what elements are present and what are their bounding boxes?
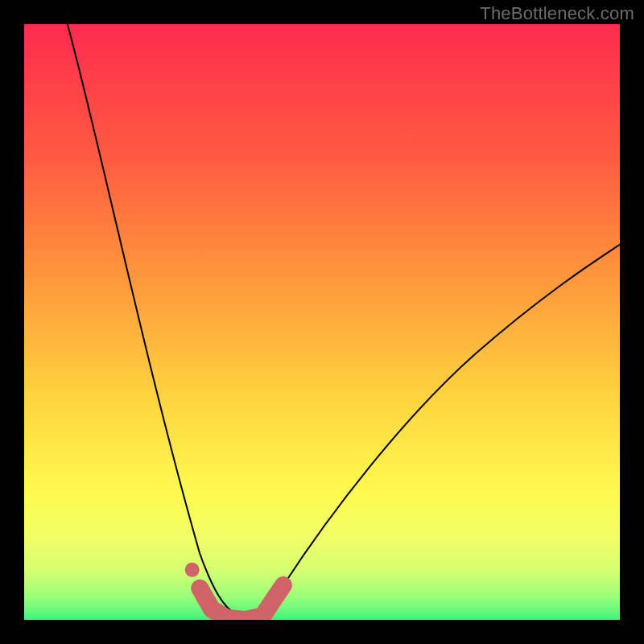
bottleneck-curve-chart [24,24,620,620]
bottleneck-marker-dot [185,563,200,577]
gradient-backdrop [24,24,620,620]
chart-stage: TheBottleneck.com [0,0,644,644]
plot-area [24,24,620,620]
watermark-text: TheBottleneck.com [480,3,634,24]
